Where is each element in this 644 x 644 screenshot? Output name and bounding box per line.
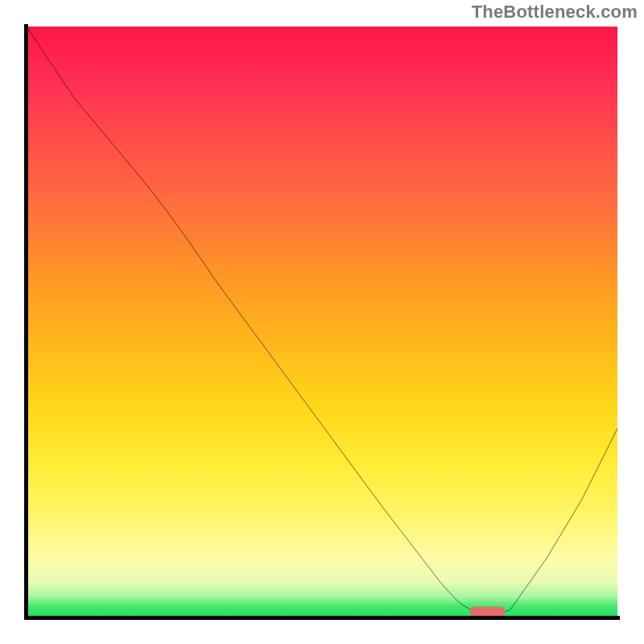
chart-stage: TheBottleneck.com: [0, 0, 644, 644]
optimal-range-marker: [470, 607, 506, 617]
watermark-text: TheBottleneck.com: [472, 2, 638, 23]
y-axis: [24, 24, 28, 620]
plot-svg: [27, 27, 617, 617]
x-axis: [24, 616, 620, 620]
plot-area: [27, 27, 617, 617]
bottleneck-curve: [27, 27, 617, 613]
